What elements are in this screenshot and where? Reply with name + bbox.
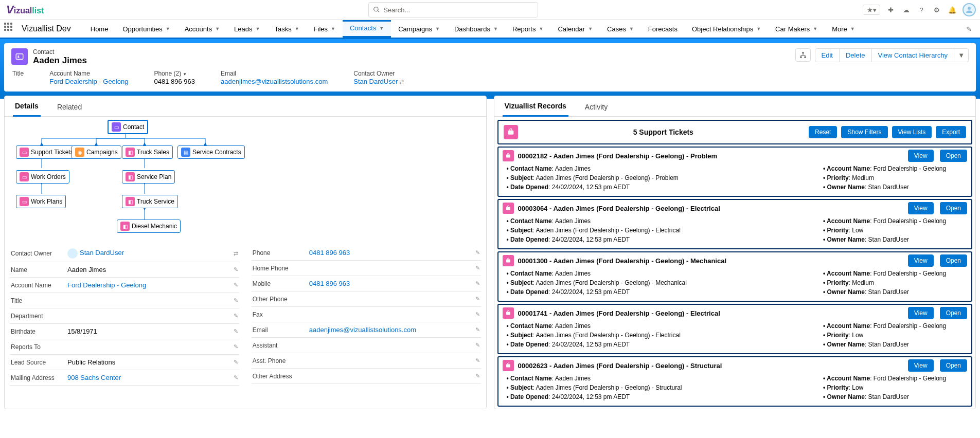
more-actions-button[interactable]: ▼ bbox=[954, 48, 969, 62]
chevron-down-icon: ▼ bbox=[331, 26, 335, 31]
nav-item-calendar[interactable]: Calendar▼ bbox=[550, 20, 600, 38]
edit-field-pencil-icon[interactable]: ✎ bbox=[475, 280, 480, 287]
notifications-bell-icon[interactable]: 🔔 bbox=[947, 5, 957, 15]
show-filters-button[interactable]: Show Filters bbox=[841, 126, 887, 138]
edit-field-pencil-icon[interactable]: ✎ bbox=[475, 342, 480, 349]
add-button[interactable]: ✚ bbox=[885, 5, 896, 15]
ticket-icon bbox=[503, 360, 514, 371]
open-ticket-button[interactable]: Open bbox=[940, 150, 967, 162]
nav-item-leads[interactable]: Leads▼ bbox=[227, 20, 267, 38]
nav-item-more[interactable]: More▼ bbox=[825, 20, 862, 38]
detail-link[interactable]: 0481 896 963 bbox=[309, 249, 350, 257]
nav-item-opportunities[interactable]: Opportunities▼ bbox=[115, 20, 177, 38]
nav-item-dashboards[interactable]: Dashboards▼ bbox=[447, 20, 505, 38]
reset-button[interactable]: Reset bbox=[809, 126, 837, 138]
search-placeholder: Search... bbox=[383, 6, 410, 14]
nav-item-forecasts[interactable]: Forecasts bbox=[641, 20, 685, 38]
node-truck-service[interactable]: ◧Truck Service bbox=[122, 195, 178, 208]
app-launcher-icon[interactable] bbox=[4, 23, 16, 35]
view-hierarchy-button[interactable]: View Contact Hierarchy bbox=[872, 48, 955, 62]
edit-field-pencil-icon[interactable]: ✎ bbox=[475, 357, 480, 364]
detail-row: Contact OwnerStan DardUser⇄ bbox=[10, 245, 239, 262]
node-campaigns[interactable]: ◉Campaigns bbox=[72, 145, 121, 159]
nav-item-accounts[interactable]: Accounts▼ bbox=[177, 20, 227, 38]
detail-row: Asst. Phone✎ bbox=[252, 353, 481, 369]
detail-row: Reports To✎ bbox=[10, 339, 239, 355]
export-button[interactable]: Export bbox=[936, 126, 966, 138]
view-lists-button[interactable]: View Lists bbox=[892, 126, 932, 138]
open-ticket-button[interactable]: Open bbox=[940, 307, 967, 319]
edit-field-pencil-icon[interactable]: ✎ bbox=[234, 343, 238, 350]
ticket-title: 00003064 - Aaden Jimes (Ford Dealership … bbox=[518, 205, 904, 212]
open-ticket-button[interactable]: Open bbox=[940, 202, 967, 214]
view-ticket-button[interactable]: View bbox=[908, 150, 934, 162]
detail-link[interactable]: 0481 896 963 bbox=[309, 280, 350, 287]
edit-field-pencil-icon[interactable]: ✎ bbox=[234, 359, 238, 366]
nav-item-cases[interactable]: Cases▼ bbox=[600, 20, 641, 38]
edit-nav-pencil-icon[interactable]: ✎ bbox=[966, 25, 972, 33]
edit-field-pencil-icon[interactable]: ✎ bbox=[475, 265, 480, 271]
node-work-orders[interactable]: ▭Work Orders bbox=[16, 170, 69, 184]
edit-field-pencil-icon[interactable]: ✎ bbox=[475, 311, 480, 318]
edit-field-pencil-icon[interactable]: ✎ bbox=[475, 249, 480, 256]
nav-item-files[interactable]: Files▼ bbox=[307, 20, 343, 38]
edit-field-pencil-icon[interactable]: ✎ bbox=[234, 313, 238, 319]
user-avatar[interactable] bbox=[963, 3, 976, 16]
help-icon[interactable]: ? bbox=[916, 5, 926, 15]
edit-field-pencil-icon[interactable]: ✎ bbox=[475, 373, 480, 379]
tab-details[interactable]: Details bbox=[13, 97, 41, 117]
setup-gear-icon[interactable]: ⚙ bbox=[932, 5, 942, 15]
node-service-plan[interactable]: ◧Service Plan bbox=[122, 170, 175, 184]
nav-item-object-relationships[interactable]: Object Relationships▼ bbox=[685, 20, 768, 38]
chevron-down-icon[interactable]: ▼ bbox=[183, 72, 187, 77]
node-truck-sales[interactable]: ◧Truck Sales bbox=[122, 145, 173, 159]
tab-related[interactable]: Related bbox=[55, 98, 84, 116]
detail-link[interactable]: Ford Dealership - Geelong bbox=[67, 281, 146, 289]
change-owner-icon[interactable]: ⇄ bbox=[234, 250, 238, 257]
edit-button[interactable]: Edit bbox=[815, 48, 840, 62]
edit-field-pencil-icon[interactable]: ✎ bbox=[234, 297, 238, 304]
chevron-down-icon: ▼ bbox=[435, 26, 440, 31]
node-support-tickets[interactable]: ▭Support Tickets bbox=[16, 145, 77, 159]
field-link[interactable]: aadenjimes@vizuallistsolutions.com bbox=[221, 78, 328, 85]
edit-field-pencil-icon[interactable]: ✎ bbox=[475, 296, 480, 302]
edit-field-pencil-icon[interactable]: ✎ bbox=[234, 266, 238, 273]
ticket-icon bbox=[503, 307, 514, 319]
nav-item-reports[interactable]: Reports▼ bbox=[505, 20, 550, 38]
nav-item-tasks[interactable]: Tasks▼ bbox=[267, 20, 306, 38]
app-name: Vizuallist Dev bbox=[22, 24, 71, 33]
delete-button[interactable]: Delete bbox=[840, 48, 872, 62]
edit-field-pencil-icon[interactable]: ✎ bbox=[234, 282, 238, 288]
nav-item-contacts[interactable]: Contacts▼ bbox=[343, 20, 391, 38]
node-service-contracts[interactable]: ▤Service Contracts bbox=[177, 145, 245, 159]
field-link[interactable]: Ford Dealership - Geelong bbox=[49, 78, 128, 85]
view-ticket-button[interactable]: View bbox=[908, 359, 934, 372]
tab-activity[interactable]: Activity bbox=[583, 98, 610, 116]
view-ticket-button[interactable]: View bbox=[908, 202, 934, 214]
hierarchy-icon-button[interactable] bbox=[795, 48, 811, 62]
field-link[interactable]: Stan DardUser bbox=[353, 78, 398, 85]
nav-item-car-makers[interactable]: Car Makers▼ bbox=[768, 20, 825, 38]
edit-field-pencil-icon[interactable]: ✎ bbox=[234, 328, 238, 335]
detail-link[interactable]: Stan DardUser bbox=[80, 249, 124, 257]
node-work-plans[interactable]: ▭Work Plans bbox=[16, 195, 66, 208]
global-search[interactable]: Search... bbox=[368, 2, 538, 17]
favorites-button[interactable]: ★▾ bbox=[863, 5, 880, 15]
detail-link[interactable]: aadenjimes@vizuallistsolutions.com bbox=[309, 326, 416, 334]
highlight-field: Phone (2)▼0481 896 963 bbox=[154, 70, 195, 85]
nav-item-campaigns[interactable]: Campaigns▼ bbox=[391, 20, 447, 38]
change-owner-icon[interactable]: ⇄ bbox=[398, 79, 404, 85]
open-ticket-button[interactable]: Open bbox=[940, 254, 967, 267]
view-ticket-button[interactable]: View bbox=[908, 254, 934, 267]
salesforce-help-icon[interactable]: ☁ bbox=[901, 5, 911, 15]
edit-field-pencil-icon[interactable]: ✎ bbox=[234, 374, 238, 381]
detail-link[interactable]: 908 Sachs Center bbox=[67, 374, 121, 381]
node-contact[interactable]: ▭Contact bbox=[108, 120, 148, 134]
nav-item-home[interactable]: Home bbox=[83, 20, 116, 38]
open-ticket-button[interactable]: Open bbox=[940, 359, 967, 372]
tab-vizuallist-records[interactable]: Vizuallist Records bbox=[503, 97, 568, 117]
view-ticket-button[interactable]: View bbox=[908, 307, 934, 319]
ticket-title: 00002182 - Aaden Jimes (Ford Dealership … bbox=[518, 152, 904, 160]
edit-field-pencil-icon[interactable]: ✎ bbox=[475, 326, 480, 333]
node-diesel-mechanic[interactable]: ◧Diesel Mechanic bbox=[117, 220, 181, 233]
